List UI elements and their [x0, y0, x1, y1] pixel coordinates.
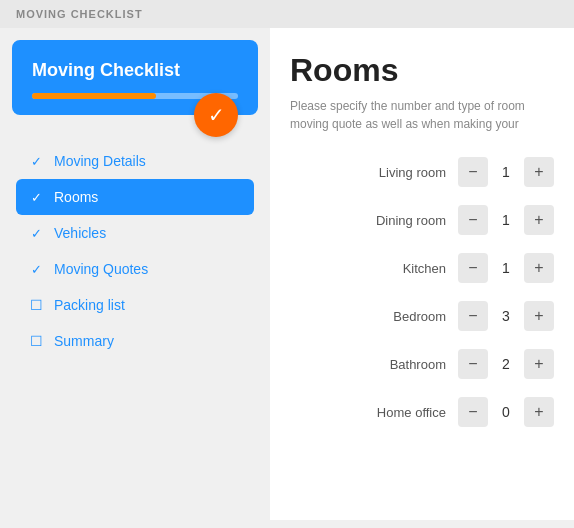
- sidebar-item-summary[interactable]: ☐ Summary: [16, 323, 254, 359]
- counter-bedroom: − 3 +: [458, 301, 554, 331]
- decrement-button[interactable]: −: [458, 349, 488, 379]
- square-icon: ☐: [28, 333, 44, 349]
- increment-button[interactable]: +: [524, 397, 554, 427]
- room-label: Kitchen: [356, 261, 446, 276]
- room-row-kitchen: Kitchen − 1 +: [290, 253, 554, 283]
- top-bar: MOVING CHECKLIST: [0, 0, 574, 28]
- sidebar-item-vehicles[interactable]: ✓ Vehicles: [16, 215, 254, 251]
- sidebar-item-moving-quotes[interactable]: ✓ Moving Quotes: [16, 251, 254, 287]
- counter-kitchen: − 1 +: [458, 253, 554, 283]
- sidebar: Moving Checklist ✓ ✓ Moving Details ✓ Ro…: [0, 28, 270, 520]
- sidebar-item-label: Vehicles: [54, 225, 106, 241]
- page-title: Rooms: [290, 52, 554, 89]
- check-icon: ✓: [28, 226, 44, 241]
- room-row-bedroom: Bedroom − 3 +: [290, 301, 554, 331]
- room-row-home-office: Home office − 0 +: [290, 397, 554, 427]
- decrement-button[interactable]: −: [458, 157, 488, 187]
- counter-value: 3: [488, 301, 524, 331]
- counter-value: 1: [488, 157, 524, 187]
- room-row-bathroom: Bathroom − 2 +: [290, 349, 554, 379]
- counter-value: 2: [488, 349, 524, 379]
- room-label: Living room: [356, 165, 446, 180]
- room-label: Dining room: [356, 213, 446, 228]
- sidebar-item-label: Packing list: [54, 297, 125, 313]
- nav-list: ✓ Moving Details ✓ Rooms ✓ Vehicles ✓ Mo…: [12, 143, 258, 359]
- page-description: Please specify the number and type of ro…: [290, 97, 554, 133]
- increment-button[interactable]: +: [524, 157, 554, 187]
- progress-bar-fill: [32, 93, 156, 99]
- square-icon: ☐: [28, 297, 44, 313]
- counter-bathroom: − 2 +: [458, 349, 554, 379]
- top-bar-title: MOVING CHECKLIST: [16, 8, 143, 20]
- main-container: Moving Checklist ✓ ✓ Moving Details ✓ Ro…: [0, 28, 574, 520]
- check-circle: ✓: [194, 93, 238, 137]
- sidebar-item-label: Rooms: [54, 189, 98, 205]
- counter-home-office: − 0 +: [458, 397, 554, 427]
- check-icon: ✓: [208, 103, 225, 127]
- sidebar-card-title: Moving Checklist: [32, 60, 238, 81]
- increment-button[interactable]: +: [524, 205, 554, 235]
- sidebar-item-label: Moving Details: [54, 153, 146, 169]
- check-icon: ✓: [28, 190, 44, 205]
- counter-living-room: − 1 +: [458, 157, 554, 187]
- room-label: Home office: [356, 405, 446, 420]
- check-icon: ✓: [28, 154, 44, 169]
- counter-dining-room: − 1 +: [458, 205, 554, 235]
- sidebar-item-label: Summary: [54, 333, 114, 349]
- increment-button[interactable]: +: [524, 349, 554, 379]
- decrement-button[interactable]: −: [458, 301, 488, 331]
- content-area: Rooms Please specify the number and type…: [270, 28, 574, 520]
- decrement-button[interactable]: −: [458, 205, 488, 235]
- decrement-button[interactable]: −: [458, 253, 488, 283]
- room-row-dining-room: Dining room − 1 +: [290, 205, 554, 235]
- sidebar-item-packing-list[interactable]: ☐ Packing list: [16, 287, 254, 323]
- counter-value: 0: [488, 397, 524, 427]
- increment-button[interactable]: +: [524, 253, 554, 283]
- sidebar-item-moving-details[interactable]: ✓ Moving Details: [16, 143, 254, 179]
- increment-button[interactable]: +: [524, 301, 554, 331]
- sidebar-item-label: Moving Quotes: [54, 261, 148, 277]
- room-row-living-room: Living room − 1 +: [290, 157, 554, 187]
- sidebar-item-rooms[interactable]: ✓ Rooms: [16, 179, 254, 215]
- counter-value: 1: [488, 205, 524, 235]
- room-label: Bedroom: [356, 309, 446, 324]
- counter-value: 1: [488, 253, 524, 283]
- sidebar-card: Moving Checklist ✓: [12, 40, 258, 115]
- room-label: Bathroom: [356, 357, 446, 372]
- check-icon: ✓: [28, 262, 44, 277]
- decrement-button[interactable]: −: [458, 397, 488, 427]
